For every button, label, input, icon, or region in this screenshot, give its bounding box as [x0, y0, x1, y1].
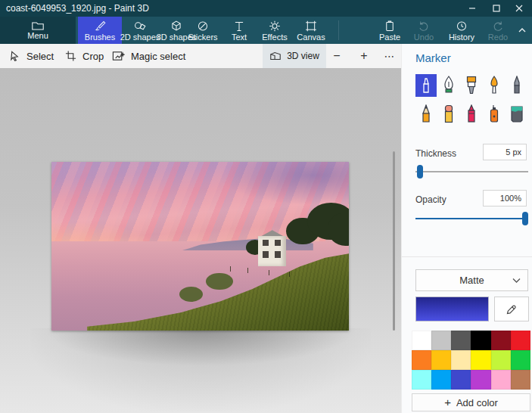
magic-select-button[interactable]: Magic select — [112, 44, 185, 68]
thickness-slider[interactable] — [415, 165, 528, 179]
photo-house-window — [263, 251, 269, 258]
thickness-slider-thumb[interactable] — [417, 165, 423, 179]
2d-shapes-icon — [133, 20, 147, 33]
canvas-vertical-scrollbar[interactable] — [393, 151, 395, 331]
chevron-up-icon — [518, 26, 527, 35]
photo-canvas[interactable] — [51, 162, 349, 331]
maximize-button[interactable] — [484, 0, 509, 17]
ellipsis-icon: ⋯ — [384, 50, 396, 62]
ribbon-collapse-button[interactable] — [515, 23, 530, 38]
title-bar: coast-6049953_1920.jpg - Paint 3D — [0, 0, 532, 17]
palette-swatch-17[interactable] — [491, 370, 511, 390]
plus-icon: + — [444, 396, 451, 408]
brush-pencil-tile[interactable] — [415, 103, 437, 126]
opacity-slider[interactable] — [415, 212, 528, 225]
brush-marker-tile[interactable] — [415, 74, 437, 97]
menu-button[interactable]: Menu — [0, 17, 76, 44]
3d-view-button[interactable]: 3D view — [263, 44, 326, 68]
marker-icon — [419, 76, 433, 95]
tab-redo[interactable]: Redo — [480, 17, 516, 44]
select-tool-button[interactable]: Select — [9, 44, 54, 68]
tab-history[interactable]: History — [442, 17, 481, 44]
brush-watercolour-tile[interactable] — [484, 74, 505, 97]
palette-swatch-10[interactable] — [471, 350, 490, 370]
tab-text[interactable]: Text — [221, 17, 257, 44]
fill-icon — [509, 105, 524, 123]
palette-swatch-9[interactable] — [451, 350, 471, 370]
magic-select-icon — [112, 50, 125, 62]
palette-swatch-11[interactable] — [491, 350, 511, 370]
paste-clipboard-icon — [383, 20, 397, 33]
more-options-button[interactable]: ⋯ — [378, 44, 401, 68]
zoom-in-button[interactable]: + — [353, 44, 375, 68]
close-button[interactable] — [506, 0, 532, 17]
material-dropdown[interactable]: Matte — [415, 269, 528, 291]
3d-view-icon — [269, 51, 282, 61]
eyedropper-button[interactable] — [494, 297, 529, 321]
redo-icon — [491, 20, 505, 33]
ribbon: Menu Brushes 2D shapes 3D shapes Sticker… — [0, 17, 532, 44]
menu-label: Menu — [27, 32, 48, 40]
palette-swatch-18[interactable] — [511, 370, 530, 390]
opacity-label: Opacity — [415, 194, 446, 205]
opacity-slider-thumb[interactable] — [522, 212, 528, 225]
thickness-label: Thickness — [415, 148, 456, 159]
photo-house-window — [275, 240, 281, 247]
palette-swatch-3[interactable] — [451, 331, 471, 350]
minimize-button[interactable] — [459, 0, 485, 17]
palette-swatch-16[interactable] — [471, 370, 490, 390]
palette-swatch-8[interactable] — [431, 350, 451, 370]
palette-swatch-2[interactable] — [431, 331, 451, 350]
tab-canvas[interactable]: Canvas — [291, 17, 331, 44]
history-clock-icon — [455, 20, 468, 33]
spray-can-icon — [488, 104, 500, 124]
tab-stickers[interactable]: Stickers — [182, 17, 224, 44]
zoom-out-button[interactable]: − — [325, 44, 348, 68]
close-icon — [515, 5, 523, 12]
brush-fill-tile[interactable] — [506, 103, 527, 126]
photo-fence-post — [289, 272, 290, 277]
brush-spray-can-tile[interactable] — [484, 103, 505, 126]
tab-effects[interactable]: Effects — [255, 17, 294, 44]
watercolour-icon — [488, 76, 500, 95]
brush-pixel-pen-tile[interactable] — [506, 74, 527, 97]
palette-swatch-14[interactable] — [431, 370, 451, 390]
photo-house-window — [275, 251, 281, 258]
minimize-icon — [468, 5, 476, 12]
current-color-swatch[interactable] — [415, 297, 489, 321]
palette-swatch-1[interactable] — [412, 331, 431, 350]
add-color-button[interactable]: + Add color — [412, 393, 530, 411]
maximize-icon — [493, 5, 500, 12]
brush-eraser-tile[interactable] — [438, 103, 459, 126]
tab-paste[interactable]: Paste — [370, 17, 409, 44]
undo-icon — [417, 20, 431, 33]
oil-brush-icon — [465, 76, 478, 95]
brush-oil-brush-tile[interactable] — [461, 74, 482, 97]
brush-calligraphy-pen-tile[interactable] — [438, 74, 459, 97]
palette-swatch-5[interactable] — [491, 331, 511, 350]
window-title: coast-6049953_1920.jpg - Paint 3D — [6, 3, 149, 14]
palette-swatch-15[interactable] — [451, 370, 471, 390]
photo-drop-shadow — [44, 325, 357, 366]
canvas-workspace[interactable] — [0, 68, 401, 413]
palette-swatch-4[interactable] — [471, 331, 490, 350]
tab-brushes[interactable]: Brushes — [78, 17, 122, 44]
tab-undo[interactable]: Undo — [406, 17, 442, 44]
palette-swatch-12[interactable] — [511, 350, 530, 370]
crayon-icon — [465, 104, 478, 124]
chevron-down-icon — [512, 278, 521, 284]
palette-swatch-6[interactable] — [511, 331, 530, 350]
photo-fence-post — [269, 270, 269, 275]
brush-crayon-tile[interactable] — [461, 103, 482, 126]
palette-swatch-13[interactable] — [412, 370, 431, 390]
panel-title: Marker — [415, 51, 451, 64]
opacity-input[interactable]: 100% — [483, 190, 527, 206]
toolbar: Select Crop Magic select 3D view − + ⋯ — [0, 44, 401, 68]
crop-tool-button[interactable]: Crop — [65, 44, 104, 68]
eraser-icon — [443, 104, 455, 124]
thickness-input[interactable]: 5 px — [483, 144, 527, 160]
brush-grid — [415, 74, 529, 127]
brush-panel: Marker — [401, 44, 532, 413]
color-palette — [412, 331, 530, 390]
palette-swatch-7[interactable] — [412, 350, 431, 370]
